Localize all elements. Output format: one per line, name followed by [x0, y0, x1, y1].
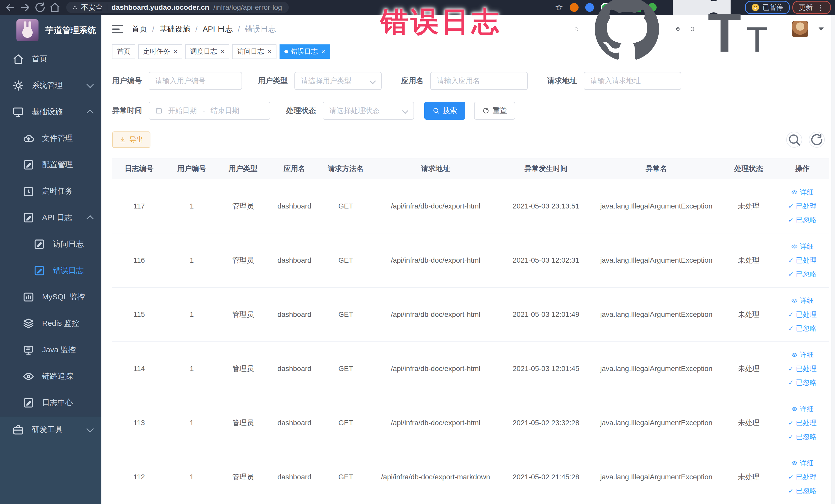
- cell-exception-time: 2021-05-03 12:02:31: [500, 234, 592, 287]
- sidebar-item-链路追踪[interactable]: 链路追踪: [0, 363, 101, 389]
- sidebar-item-首页[interactable]: 首页: [0, 46, 101, 72]
- calendar-icon: [155, 107, 162, 114]
- close-icon[interactable]: ×: [220, 48, 224, 55]
- chevron-down-icon[interactable]: [819, 27, 824, 31]
- cell-exception-time: 2021-05-03 12:01:45: [500, 342, 592, 396]
- refresh-icon: [482, 107, 489, 114]
- sidebar-item-配置管理[interactable]: 配置管理: [0, 152, 101, 178]
- check-icon: ✓: [788, 473, 794, 481]
- export-button[interactable]: 导出: [112, 132, 150, 148]
- help-icon[interactable]: [676, 27, 680, 31]
- cell-user-type: 管理员: [218, 179, 269, 233]
- cell-app-name: dashboard: [269, 287, 320, 341]
- sidebar-item-错误日志[interactable]: 错误日志: [0, 257, 101, 284]
- action-已忽略[interactable]: ✓已忽略: [788, 432, 817, 441]
- search-toggle-button[interactable]: [786, 132, 802, 148]
- page-scrollbar[interactable]: [831, 15, 835, 504]
- cell-user-type: 管理员: [218, 450, 269, 504]
- back-arrow-icon[interactable]: [4, 1, 16, 14]
- sidebar-item-Java-监控[interactable]: Java 监控: [0, 337, 101, 363]
- sidebar-item-Redis-监控[interactable]: Redis 监控: [0, 310, 101, 337]
- table-header-row: 日志编号用户编号用户类型应用名请求方法名请求地址异常发生时间异常名处理状态操作: [112, 158, 829, 179]
- request-url-input[interactable]: [584, 72, 681, 90]
- refresh-table-button[interactable]: [809, 132, 825, 148]
- sidebar-item-研发工具[interactable]: 研发工具: [0, 417, 101, 443]
- tab-定时任务[interactable]: 定时任务×: [138, 44, 182, 59]
- sidebar-item-文件管理[interactable]: 文件管理: [0, 125, 101, 152]
- topbar: 首页/基础设施/API 日志/错误日志 TT: [101, 15, 835, 43]
- fullscreen-icon[interactable]: [690, 27, 694, 31]
- action-详细[interactable]: 详细: [791, 188, 814, 197]
- cell-app-name: dashboard: [269, 396, 320, 450]
- process-status-select[interactable]: 请选择处理状态: [323, 102, 414, 120]
- sidebar-item-基础设施[interactable]: 基础设施: [0, 99, 101, 125]
- table-header-cell: 用户编号: [166, 158, 218, 179]
- action-已处理[interactable]: ✓已处理: [788, 364, 817, 373]
- tab-label: 错误日志: [291, 47, 318, 56]
- close-icon[interactable]: ×: [321, 48, 325, 55]
- breadcrumb-item[interactable]: API 日志: [203, 24, 233, 35]
- breadcrumb-item[interactable]: 首页: [132, 24, 147, 35]
- action-已忽略[interactable]: ✓已忽略: [788, 486, 817, 496]
- action-详细[interactable]: 详细: [791, 350, 814, 360]
- tab-错误日志[interactable]: 错误日志×: [280, 44, 330, 59]
- edit-square-icon: [23, 397, 34, 409]
- sidebar-item-日志中心[interactable]: 日志中心: [0, 389, 101, 416]
- browser-home-icon[interactable]: [49, 1, 61, 14]
- action-已处理[interactable]: ✓已处理: [788, 472, 817, 482]
- search-icon[interactable]: [574, 27, 578, 31]
- action-详细[interactable]: 详细: [791, 242, 814, 251]
- avatar[interactable]: [792, 21, 808, 37]
- breadcrumb-separator: /: [238, 25, 240, 33]
- table-row: 1171管理员dashboardGET/api/infra/db-doc/exp…: [112, 179, 829, 233]
- logo-row[interactable]: 芋道管理系统: [0, 15, 101, 46]
- sidebar-item-MySQL-监控[interactable]: MySQL 监控: [0, 284, 101, 310]
- sidebar-item-label: 错误日志: [53, 265, 84, 276]
- sidebar-item-访问日志[interactable]: 访问日志: [0, 231, 101, 257]
- app-name-input[interactable]: [430, 72, 528, 90]
- action-详细[interactable]: 详细: [791, 296, 814, 305]
- cell-method: GET: [320, 179, 371, 233]
- breadcrumb-item[interactable]: 基础设施: [159, 24, 190, 35]
- bookmark-star-icon[interactable]: ☆: [555, 2, 563, 13]
- cell-log-id: 114: [112, 342, 166, 396]
- action-详细[interactable]: 详细: [791, 459, 814, 468]
- download-icon: [119, 136, 126, 143]
- action-已忽略[interactable]: ✓已忽略: [788, 216, 817, 225]
- action-已处理[interactable]: ✓已处理: [788, 418, 817, 427]
- schedule-icon: [23, 185, 34, 197]
- tab-label: 调度日志: [190, 47, 217, 56]
- hamburger-icon[interactable]: [112, 25, 123, 33]
- eye-icon: [791, 406, 798, 412]
- process-status-placeholder: 请选择处理状态: [329, 106, 380, 116]
- search-button[interactable]: 搜索: [424, 102, 465, 120]
- tab-调度日志[interactable]: 调度日志×: [185, 44, 229, 59]
- forward-arrow-icon[interactable]: [19, 1, 31, 14]
- reload-icon[interactable]: [34, 1, 46, 14]
- cell-log-id: 113: [112, 396, 166, 450]
- action-已处理[interactable]: ✓已处理: [788, 310, 817, 319]
- sidebar-item-系统管理[interactable]: 系统管理: [0, 72, 101, 99]
- sidebar-item-label: 系统管理: [32, 80, 63, 90]
- sidebar-item-label: 文件管理: [42, 133, 73, 143]
- action-已处理[interactable]: ✓已处理: [788, 256, 817, 265]
- action-已忽略[interactable]: ✓已忽略: [788, 324, 817, 333]
- cell-actions: 详细✓已处理✓已忽略: [777, 179, 828, 233]
- sidebar-item-API-日志[interactable]: API 日志: [0, 204, 101, 231]
- reset-button[interactable]: 重置: [474, 102, 515, 120]
- user-type-select[interactable]: 请选择用户类型: [294, 72, 382, 90]
- tab-访问日志[interactable]: 访问日志×: [232, 44, 276, 59]
- address-bar[interactable]: 不安全 dashboard.yudao.iocoder.cn/infra/log…: [66, 2, 289, 13]
- action-已处理[interactable]: ✓已处理: [788, 202, 817, 211]
- close-icon[interactable]: ×: [173, 48, 177, 55]
- action-已忽略[interactable]: ✓已忽略: [788, 269, 817, 279]
- date-range-picker[interactable]: 开始日期 - 结束日期: [149, 102, 270, 120]
- close-icon[interactable]: ×: [267, 48, 271, 55]
- user-id-input[interactable]: [149, 72, 242, 90]
- cell-user-id: 1: [166, 342, 218, 396]
- action-已忽略[interactable]: ✓已忽略: [788, 378, 817, 387]
- cell-log-id: 117: [112, 179, 166, 233]
- sidebar-item-定时任务[interactable]: 定时任务: [0, 178, 101, 204]
- action-详细[interactable]: 详细: [791, 404, 814, 414]
- tab-首页[interactable]: 首页: [112, 44, 135, 59]
